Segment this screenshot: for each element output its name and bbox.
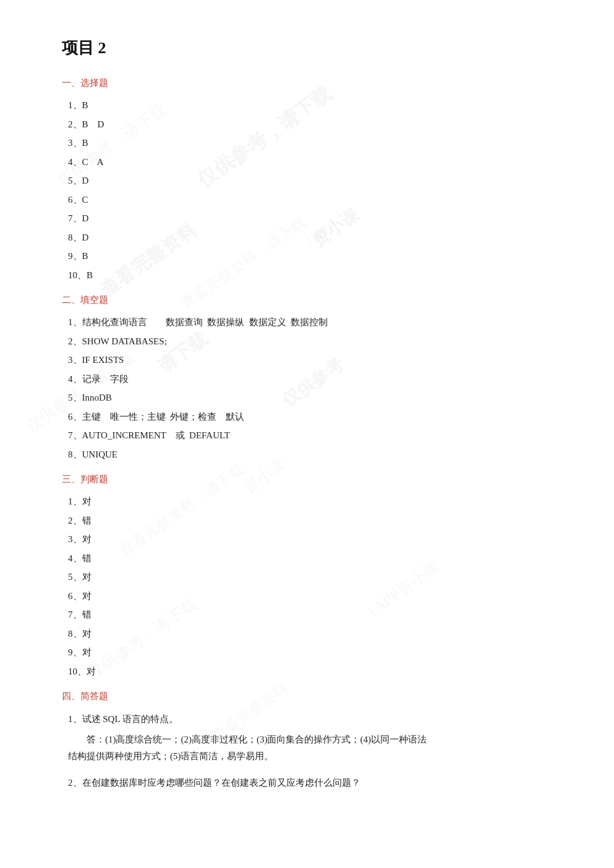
choice-item-6: 6、C <box>62 192 565 208</box>
essay-a1-cont: 结构提供两种使用方式；(5)语言简洁，易学易用。 <box>68 748 565 765</box>
project-title: 项目 2 <box>62 37 565 59</box>
tf-item-1: 1、对 <box>62 494 565 510</box>
fill-title-text: 二、填空题 <box>62 295 108 305</box>
choice-section: 一、选择题 1、B 2、B D 3、B 4、C A 5、D 6、C 7、D 8、… <box>62 77 565 283</box>
fill-item-5: 5、InnoDB <box>62 390 565 406</box>
essay-q2: 2、在创建数据库时应考虑哪些问题？在创建表之前又应考虑什么问题？ <box>68 775 565 791</box>
tf-item-5: 5、对 <box>62 569 565 585</box>
choice-item-8: 8、D <box>62 230 565 246</box>
choice-item-1: 1、B <box>62 98 565 114</box>
tf-item-2: 2、错 <box>62 513 565 529</box>
fill-answers: 1、结构化查询语言 数据查询 数据操纵 数据定义 数据控制 2、SHOW DAT… <box>62 315 565 462</box>
tf-item-7: 7、错 <box>62 607 565 623</box>
essay-section: 四、简答题 1、试述 SQL 语言的特点。 答：(1)高度综合统一；(2)高度非… <box>62 691 565 791</box>
choice-item-5: 5、D <box>62 173 565 189</box>
choice-item-4: 4、C A <box>62 155 565 171</box>
page-content: 项目 2 一、选择题 1、B 2、B D 3、B 4、C A 5、D 6、C 7… <box>0 0 614 838</box>
fill-item-1: 1、结构化查询语言 数据查询 数据操纵 数据定义 数据控制 <box>62 315 565 331</box>
choice-answers: 1、B 2、B D 3、B 4、C A 5、D 6、C 7、D 8、D 9、B … <box>62 98 565 283</box>
fill-item-4: 4、记录 字段 <box>62 372 565 388</box>
choice-title: 一、选择题 <box>62 77 565 89</box>
tf-item-4: 4、错 <box>62 551 565 567</box>
choice-item-9: 9、B <box>62 249 565 265</box>
fill-item-3: 3、IF EXISTS <box>62 352 565 368</box>
choice-item-7: 7、D <box>62 211 565 227</box>
essay-q1: 1、试述 SQL 语言的特点。 <box>68 711 565 728</box>
tf-item-8: 8、对 <box>62 626 565 642</box>
essay-title-text: 四、简答题 <box>62 691 108 701</box>
choice-item-3: 3、B <box>62 135 565 151</box>
fill-title: 二、填空题 <box>62 294 565 306</box>
tf-item-3: 3、对 <box>62 532 565 548</box>
fill-item-6: 6、主键 唯一性；主键 外键；检查 默认 <box>62 409 565 425</box>
tf-item-6: 6、对 <box>62 589 565 605</box>
essay-item-2: 2、在创建数据库时应考虑哪些问题？在创建表之前又应考虑什么问题？ <box>62 775 565 791</box>
truefalse-section: 三、判断题 1、对 2、错 3、对 4、错 5、对 6、对 7、错 8、对 9、… <box>62 474 565 679</box>
truefalse-title: 三、判断题 <box>62 474 565 485</box>
truefalse-title-text: 三、判断题 <box>62 474 108 484</box>
choice-item-10: 10、B <box>62 268 565 284</box>
truefalse-answers: 1、对 2、错 3、对 4、错 5、对 6、对 7、错 8、对 9、对 10、对 <box>62 494 565 679</box>
essay-a1: 答：(1)高度综合统一；(2)高度非过程化；(3)面向集合的操作方式；(4)以同… <box>68 731 565 748</box>
fill-item-8: 8、UNIQUE <box>62 447 565 463</box>
tf-item-10: 10、对 <box>62 664 565 680</box>
essay-title: 四、简答题 <box>62 691 565 702</box>
fill-item-7: 7、AUTO_INCREMENT 或 DEFAULT <box>62 428 565 444</box>
tf-item-9: 9、对 <box>62 645 565 661</box>
choice-item-2: 2、B D <box>62 117 565 133</box>
essay-item-1: 1、试述 SQL 语言的特点。 答：(1)高度综合统一；(2)高度非过程化；(3… <box>62 711 565 765</box>
fill-section: 二、填空题 1、结构化查询语言 数据查询 数据操纵 数据定义 数据控制 2、SH… <box>62 294 565 462</box>
essay-answers: 1、试述 SQL 语言的特点。 答：(1)高度综合统一；(2)高度非过程化；(3… <box>62 711 565 791</box>
fill-item-2: 2、SHOW DATABASES; <box>62 334 565 350</box>
choice-title-text: 一、选择题 <box>62 78 108 88</box>
